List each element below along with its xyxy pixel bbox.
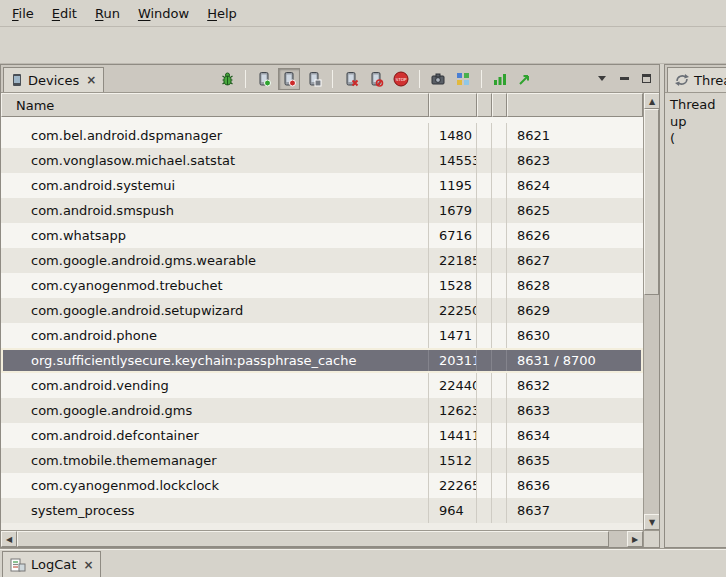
flag-cell [477, 198, 492, 223]
view-toolbar: STOP [216, 65, 536, 92]
horizontal-scroll-thumb[interactable] [17, 531, 609, 547]
flag-cell [477, 298, 492, 323]
table-row[interactable]: com.cyanogenmod.lockclock222658636 [1, 473, 643, 498]
table-row[interactable]: com.cyanogenmod.trebuchet15288628 [1, 273, 643, 298]
column-header-pid[interactable] [429, 93, 477, 117]
tab-threads[interactable]: Threa [667, 67, 726, 92]
threads-tab-row: Threa [665, 65, 726, 93]
table-row[interactable]: com.google.android.gms126238633 [1, 398, 643, 423]
table-row[interactable]: com.vonglasow.michael.satstat145538623 [1, 148, 643, 173]
horizontal-scroll-track[interactable] [17, 531, 627, 547]
stop-method-profiling-icon[interactable] [365, 68, 387, 90]
name-cell: com.android.phone [1, 323, 429, 348]
table-row[interactable]: org.sufficientlysecure.keychain:passphra… [1, 348, 643, 373]
table-row[interactable]: com.tmobile.thememanager15128635 [1, 448, 643, 473]
devices-table: Name com.bel.android.dspmanager14808621c… [1, 93, 659, 530]
menu-run[interactable]: Run [86, 2, 129, 25]
flag-cell [477, 448, 492, 473]
table-row[interactable]: com.android.systemui11958624 [1, 173, 643, 198]
menu-edit[interactable]: Edit [43, 2, 86, 25]
close-icon[interactable]: × [86, 73, 96, 87]
pid-cell: 1471 [429, 323, 477, 348]
flag-cell [492, 198, 507, 223]
scroll-right-icon[interactable]: ▶ [627, 531, 643, 547]
vertical-scroll-thumb[interactable] [644, 109, 659, 295]
flag-cell [477, 123, 492, 148]
window-controls [593, 65, 659, 92]
toolbar-separator [332, 70, 333, 88]
threads-icon [675, 73, 689, 87]
scroll-down-icon[interactable]: ▼ [644, 514, 659, 530]
ui-hierarchy-icon[interactable] [452, 68, 474, 90]
devices-table-body: com.bel.android.dspmanager14808621com.vo… [1, 117, 643, 530]
port-cell: 8635 [507, 448, 643, 473]
pid-cell: 22185 [429, 248, 477, 273]
table-row[interactable]: com.android.defcontainer144118634 [1, 423, 643, 448]
flag-cell [492, 373, 507, 398]
table-row[interactable]: com.bel.android.dspmanager14808621 [1, 123, 643, 148]
name-cell: com.cyanogenmod.trebuchet [1, 273, 429, 298]
maximize-icon[interactable] [637, 71, 655, 87]
table-row[interactable]: system_process9648637 [1, 498, 643, 523]
cause-gc-icon[interactable] [303, 68, 325, 90]
update-threads-icon[interactable] [340, 68, 362, 90]
vertical-scrollbar[interactable]: ▲ ▼ [643, 93, 659, 530]
table-row[interactable]: com.android.smspush16798625 [1, 198, 643, 223]
name-cell: com.google.android.setupwizard [1, 298, 429, 323]
device-icon [11, 73, 23, 87]
flag-cell [477, 248, 492, 273]
screen-capture-icon[interactable] [427, 68, 449, 90]
devices-view: Devices × STOP Name [0, 64, 660, 548]
vertical-scroll-track[interactable] [644, 109, 659, 514]
flag-cell [477, 498, 492, 523]
column-header-flag1[interactable] [477, 93, 492, 117]
scroll-up-icon[interactable]: ▲ [644, 93, 659, 109]
toolbar-separator [419, 70, 420, 88]
name-cell: system_process [1, 498, 429, 523]
stop-process-icon[interactable]: STOP [390, 68, 412, 90]
pid-cell: 12623 [429, 398, 477, 423]
dump-hprof-icon[interactable] [278, 68, 300, 90]
debug-process-icon[interactable] [216, 68, 238, 90]
table-row[interactable]: com.android.phone14718630 [1, 323, 643, 348]
heap-updates-icon[interactable] [489, 68, 511, 90]
column-header-port[interactable] [507, 93, 643, 117]
flag-cell [492, 448, 507, 473]
menu-window[interactable]: Window [129, 2, 198, 25]
flag-cell [477, 273, 492, 298]
table-row[interactable]: com.google.android.setupwizard222508629 [1, 298, 643, 323]
devices-tab-row: Devices × STOP [1, 65, 659, 93]
minimize-icon[interactable] [615, 71, 633, 87]
port-cell: 8631 / 8700 [507, 348, 643, 373]
name-cell: com.android.systemui [1, 173, 429, 198]
menu-help[interactable]: Help [198, 2, 246, 25]
name-cell: org.sufficientlysecure.keychain:passphra… [1, 348, 429, 373]
table-row[interactable]: com.google.android.gms.wearable221858627 [1, 248, 643, 273]
flag-cell [492, 323, 507, 348]
scroll-left-icon[interactable]: ◀ [1, 531, 17, 547]
column-header-flag2[interactable] [492, 93, 507, 117]
close-icon[interactable]: × [83, 558, 93, 572]
flag-cell [477, 473, 492, 498]
menu-file[interactable]: File [3, 2, 43, 25]
port-cell: 8630 [507, 323, 643, 348]
svg-text:STOP: STOP [396, 76, 408, 81]
horizontal-scrollbar[interactable]: ◀ ▶ [1, 530, 659, 547]
pid-cell: 22440 [429, 373, 477, 398]
view-menu-icon[interactable] [593, 71, 611, 87]
name-cell: com.bel.android.dspmanager [1, 123, 429, 148]
thread-updates-icon[interactable] [514, 68, 536, 90]
table-row[interactable]: com.whatsapp67168626 [1, 223, 643, 248]
port-cell: 8634 [507, 423, 643, 448]
pid-cell: 1528 [429, 273, 477, 298]
flag-cell [477, 148, 492, 173]
flag-cell [477, 323, 492, 348]
column-header-name[interactable]: Name [1, 93, 429, 117]
tab-devices[interactable]: Devices × [3, 67, 104, 92]
tab-logcat[interactable]: LogCat × [2, 551, 101, 577]
port-cell: 8623 [507, 148, 643, 173]
table-row[interactable]: com.android.vending224408632 [1, 373, 643, 398]
pid-cell: 22250 [429, 298, 477, 323]
update-heap-icon[interactable] [253, 68, 275, 90]
flag-cell [492, 473, 507, 498]
